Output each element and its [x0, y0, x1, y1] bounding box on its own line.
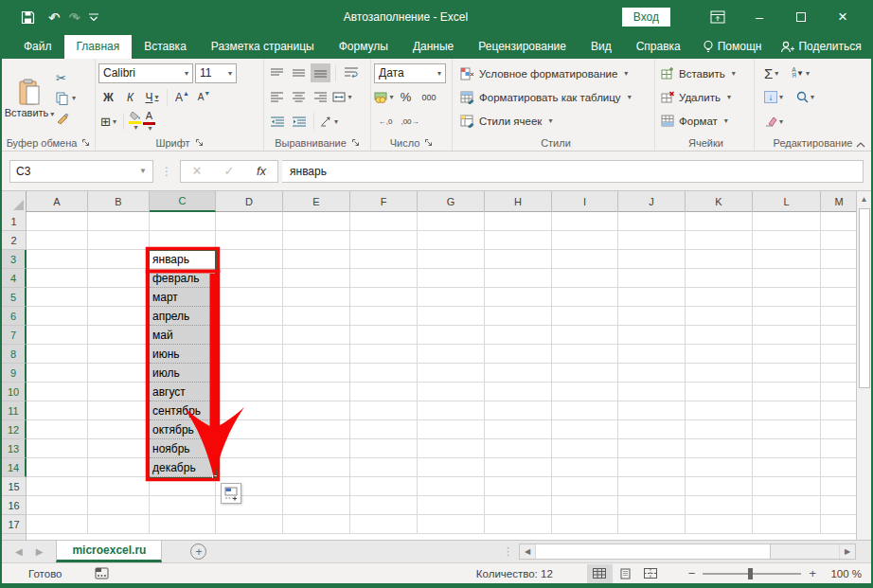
- zoom-slider-thumb[interactable]: [748, 568, 753, 579]
- close-button[interactable]: ×: [822, 3, 864, 31]
- cell-E14[interactable]: [283, 458, 350, 477]
- row-header-5[interactable]: 5: [2, 288, 27, 307]
- borders-icon[interactable]: ⊞: [98, 112, 118, 131]
- paste-button[interactable]: Вставить: [5, 62, 54, 134]
- cell-I4[interactable]: [552, 269, 618, 288]
- cell-I13[interactable]: [552, 439, 618, 458]
- decrease-decimal-icon[interactable]: ,00→: [399, 112, 421, 131]
- cell-H10[interactable]: [485, 383, 552, 401]
- italic-button[interactable]: К: [120, 88, 140, 107]
- customize-qat-icon[interactable]: [89, 13, 98, 22]
- cell-J9[interactable]: [618, 364, 686, 383]
- cell-G3[interactable]: [418, 250, 485, 269]
- cell-K4[interactable]: [686, 269, 753, 288]
- cell-J1[interactable]: [618, 212, 686, 231]
- cell-M14[interactable]: [821, 458, 858, 477]
- font-dialog-launcher-icon[interactable]: [195, 138, 204, 147]
- decrease-font-button[interactable]: А▼: [194, 88, 214, 107]
- cell-E13[interactable]: [283, 439, 350, 458]
- page-layout-view-button[interactable]: [613, 564, 638, 583]
- sort-filter-icon[interactable]: АЯ ▼: [792, 67, 810, 80]
- cell-B1[interactable]: [88, 212, 150, 231]
- cell-G2[interactable]: [418, 231, 485, 250]
- month-cell-C10[interactable]: август: [150, 383, 216, 401]
- row-header-16[interactable]: 16: [2, 496, 27, 515]
- orientation-icon[interactable]: [319, 112, 339, 131]
- cell-J2[interactable]: [618, 231, 686, 250]
- cell-F17[interactable]: [350, 515, 418, 534]
- cell-M2[interactable]: [821, 231, 858, 250]
- cell-A3[interactable]: [27, 250, 88, 269]
- cell-E7[interactable]: [283, 326, 350, 345]
- cell-F4[interactable]: [350, 269, 418, 288]
- clear-eraser-icon[interactable]: [764, 116, 783, 127]
- cell-E9[interactable]: [283, 364, 350, 383]
- cell-L9[interactable]: [753, 364, 821, 383]
- cell-B6[interactable]: [88, 307, 150, 326]
- cell-J3[interactable]: [618, 250, 686, 269]
- cell-F15[interactable]: [350, 477, 418, 496]
- month-cell-C13[interactable]: ноябрь: [150, 439, 216, 458]
- undo-icon[interactable]: ↶▾: [48, 10, 56, 25]
- ribbon-tab-6[interactable]: Рецензирование: [466, 35, 579, 59]
- cell-F5[interactable]: [350, 288, 418, 307]
- copy-icon[interactable]: [56, 90, 76, 107]
- month-cell-C14[interactable]: декабрь: [150, 458, 216, 477]
- wrap-text-icon[interactable]: [341, 63, 361, 82]
- column-header-I[interactable]: I: [552, 191, 618, 212]
- month-cell-C6[interactable]: апрель: [150, 307, 216, 326]
- sign-in-button[interactable]: Вход: [622, 8, 670, 27]
- find-select-icon[interactable]: [796, 91, 814, 103]
- ribbon-tab-1[interactable]: Главная: [64, 35, 133, 59]
- cell-K9[interactable]: [686, 364, 753, 383]
- cell-H13[interactable]: [485, 439, 552, 458]
- cell-H1[interactable]: [485, 212, 552, 231]
- cell-M4[interactable]: [821, 269, 858, 288]
- cell-B8[interactable]: [88, 345, 150, 364]
- cell-D13[interactable]: [216, 439, 283, 458]
- cell-A17[interactable]: [27, 515, 88, 534]
- cell-H5[interactable]: [485, 288, 552, 307]
- cell-G17[interactable]: [418, 515, 485, 534]
- cell-I12[interactable]: [552, 420, 618, 439]
- font-family-combo[interactable]: Calibri▾: [98, 63, 193, 83]
- align-right-icon[interactable]: [311, 88, 330, 107]
- cell-A2[interactable]: [27, 231, 88, 250]
- number-format-combo[interactable]: Дата▾: [374, 63, 446, 83]
- row-header-2[interactable]: 2: [2, 231, 27, 250]
- row-header-13[interactable]: 13: [2, 439, 27, 458]
- insert-cells-button[interactable]: Вставить: [661, 62, 751, 85]
- helper-button[interactable]: Помощн: [693, 35, 772, 59]
- cell-K11[interactable]: [686, 401, 753, 420]
- cell-F8[interactable]: [350, 345, 418, 364]
- cell-styles-button[interactable]: Стили ячеек: [460, 109, 651, 133]
- cell-E10[interactable]: [283, 383, 350, 401]
- cell-I11[interactable]: [552, 401, 618, 420]
- month-cell-C12[interactable]: октябрь: [150, 420, 216, 439]
- month-cell-C11[interactable]: сентябрь: [150, 401, 216, 420]
- cell-K7[interactable]: [686, 326, 753, 345]
- cell-I2[interactable]: [552, 231, 618, 250]
- cell-A9[interactable]: [27, 364, 88, 383]
- cell-D5[interactable]: [216, 288, 283, 307]
- ribbon-tab-2[interactable]: Вставка: [132, 35, 199, 59]
- cell-J6[interactable]: [618, 307, 686, 326]
- font-color-icon[interactable]: А: [143, 111, 155, 133]
- column-header-F[interactable]: F: [350, 191, 418, 212]
- row-header-14[interactable]: 14: [2, 458, 27, 477]
- cell-I5[interactable]: [552, 288, 618, 307]
- cell-G10[interactable]: [418, 383, 485, 401]
- cell-I17[interactable]: [552, 515, 618, 534]
- cell-K10[interactable]: [686, 383, 753, 401]
- format-painter-icon[interactable]: [56, 110, 76, 127]
- cell-E4[interactable]: [283, 269, 350, 288]
- column-header-D[interactable]: D: [216, 191, 283, 212]
- redo-icon[interactable]: ↷▾: [69, 10, 77, 25]
- cell-H11[interactable]: [485, 401, 552, 420]
- cell-G1[interactable]: [418, 212, 485, 231]
- cell-E3[interactable]: [283, 250, 350, 269]
- cell-K13[interactable]: [686, 439, 753, 458]
- cell-H6[interactable]: [485, 307, 552, 326]
- cell-B15[interactable]: [88, 477, 150, 496]
- cell-A14[interactable]: [27, 458, 88, 477]
